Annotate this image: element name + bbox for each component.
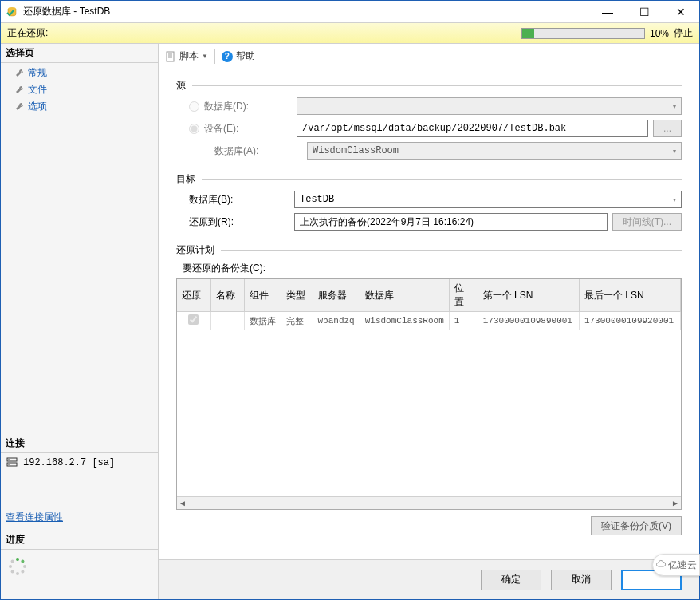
- sidebar: 选择页 常规 文件 选项 连接 192.168.2.7 [sa]: [1, 44, 159, 599]
- connection-string: 192.168.2.7 [sa]: [23, 457, 115, 468]
- svg-point-12: [11, 560, 14, 563]
- restore-plan-title: 还原计划: [176, 243, 214, 257]
- close-button[interactable]: ✕: [663, 1, 699, 23]
- target-db-select[interactable]: TestDB ▾: [294, 191, 682, 208]
- cell-type: 完整: [281, 312, 313, 330]
- col-last-lsn[interactable]: 最后一个 LSN: [579, 279, 680, 312]
- separator: [214, 49, 215, 64]
- restore-to-input[interactable]: [294, 213, 608, 231]
- script-icon: [165, 51, 176, 62]
- svg-point-6: [21, 560, 24, 563]
- cell-first-lsn: 17300000109890001: [478, 312, 579, 330]
- cell-name: [210, 312, 244, 330]
- svg-rect-13: [167, 52, 174, 61]
- col-type[interactable]: 类型: [281, 279, 313, 312]
- toolbar: 脚本 ▼ ? 帮助: [159, 44, 699, 69]
- server-icon: [6, 456, 18, 469]
- spinner-icon: [7, 556, 28, 577]
- restore-plan-section: 还原计划 要还原的备份集(C): 还原 名称 组件: [176, 243, 682, 543]
- col-restore[interactable]: 还原: [177, 279, 210, 312]
- target-section: 目标 数据库(B): TestDB ▾ 还原到(R): 时间线(T)...: [176, 172, 682, 235]
- sidebar-item-files[interactable]: 文件: [1, 81, 158, 98]
- svg-point-7: [23, 565, 26, 568]
- maximize-button[interactable]: ☐: [626, 1, 663, 23]
- cell-database: WisdomClassRoom: [360, 312, 449, 330]
- connection-header: 连接: [1, 434, 158, 453]
- progress-label: 正在还原:: [7, 26, 521, 40]
- scroll-left-icon[interactable]: ◄: [179, 499, 187, 507]
- titlebar: 还原数据库 - TestDB — ☐ ✕: [1, 1, 699, 23]
- source-device-label: 设备(E):: [204, 122, 297, 136]
- button-bar: 确定 取消: [159, 559, 699, 599]
- col-server[interactable]: 服务器: [313, 279, 360, 312]
- chevron-down-icon: ▼: [202, 53, 208, 60]
- target-db-label: 数据库(B):: [189, 193, 294, 207]
- cloud-icon: [655, 559, 667, 570]
- cell-server: wbandzq: [313, 312, 360, 330]
- source-device-radio: [189, 124, 199, 134]
- svg-point-5: [16, 558, 19, 561]
- svg-point-8: [21, 570, 24, 573]
- svg-point-3: [8, 459, 10, 460]
- sidebar-item-options[interactable]: 选项: [1, 98, 158, 115]
- cell-last-lsn: 17300000109920001: [579, 312, 680, 330]
- connection-info: 192.168.2.7 [sa]: [1, 453, 158, 472]
- window-title: 还原数据库 - TestDB: [23, 5, 589, 18]
- device-path-input[interactable]: [297, 120, 648, 137]
- col-first-lsn[interactable]: 第一个 LSN: [478, 279, 579, 312]
- backup-sets-label: 要还原的备份集(C):: [176, 262, 682, 275]
- grid-header-row: 还原 名称 组件 类型 服务器 数据库 位置 第一个 LSN 最后一个 LSN: [177, 279, 681, 312]
- progress-status-bar: 正在还原: 10% 停止: [1, 23, 699, 44]
- horizontal-scrollbar[interactable]: ◄ ►: [177, 496, 681, 509]
- backup-sets-grid[interactable]: 还原 名称 组件 类型 服务器 数据库 位置 第一个 LSN 最后一个 LSN: [176, 278, 682, 510]
- col-position[interactable]: 位置: [449, 279, 478, 312]
- source-db-radio: [189, 101, 199, 112]
- target-title: 目标: [176, 172, 195, 186]
- verify-backup-button[interactable]: 验证备份介质(V): [591, 516, 682, 535]
- wrench-icon: [15, 85, 25, 95]
- cancel-button[interactable]: 取消: [551, 570, 612, 590]
- svg-point-9: [16, 572, 19, 575]
- browse-button[interactable]: ...: [653, 120, 682, 137]
- timeline-button[interactable]: 时间线(T)...: [612, 213, 682, 231]
- restore-checkbox: [188, 314, 199, 325]
- progress-bar: [521, 28, 645, 39]
- cell-component: 数据库: [244, 312, 281, 330]
- stop-button[interactable]: 停止: [674, 26, 693, 40]
- help-button[interactable]: ? 帮助: [222, 49, 255, 63]
- watermark: 亿速云: [652, 554, 700, 576]
- svg-point-10: [11, 570, 14, 573]
- view-connection-link[interactable]: 查看连接属性: [6, 511, 63, 523]
- svg-point-11: [9, 565, 12, 568]
- wrench-icon: [15, 102, 25, 112]
- col-name[interactable]: 名称: [210, 279, 244, 312]
- progress-percent: 10%: [650, 28, 669, 39]
- col-component[interactable]: 组件: [244, 279, 281, 312]
- help-icon: ?: [222, 51, 233, 62]
- table-row[interactable]: 数据库 完整 wbandzq WisdomClassRoom 1 1730000…: [177, 312, 681, 330]
- wrench-icon: [15, 69, 25, 78]
- select-page-header: 选择页: [1, 44, 158, 63]
- svg-point-4: [8, 464, 10, 465]
- sidebar-item-general[interactable]: 常规: [1, 65, 158, 81]
- source-section: 源 数据库(D): ▾ 设备(E): ...: [176, 79, 682, 164]
- ok-button[interactable]: 确定: [481, 570, 541, 590]
- source-db-select: ▾: [297, 97, 682, 115]
- cell-position: 1: [449, 312, 478, 330]
- col-database[interactable]: 数据库: [360, 279, 449, 312]
- source-title: 源: [176, 79, 186, 93]
- source-db-a-label: 数据库(A):: [189, 144, 307, 158]
- source-db-label: 数据库(D):: [204, 100, 297, 113]
- source-db-a-select[interactable]: WisdomClassRoom ▾: [307, 142, 682, 160]
- progress-header: 进度: [1, 531, 158, 550]
- script-button[interactable]: 脚本 ▼: [165, 49, 208, 63]
- restore-to-label: 还原到(R):: [189, 215, 294, 229]
- minimize-button[interactable]: —: [589, 1, 626, 23]
- scroll-right-icon[interactable]: ►: [671, 499, 679, 507]
- restore-db-icon: [6, 6, 18, 18]
